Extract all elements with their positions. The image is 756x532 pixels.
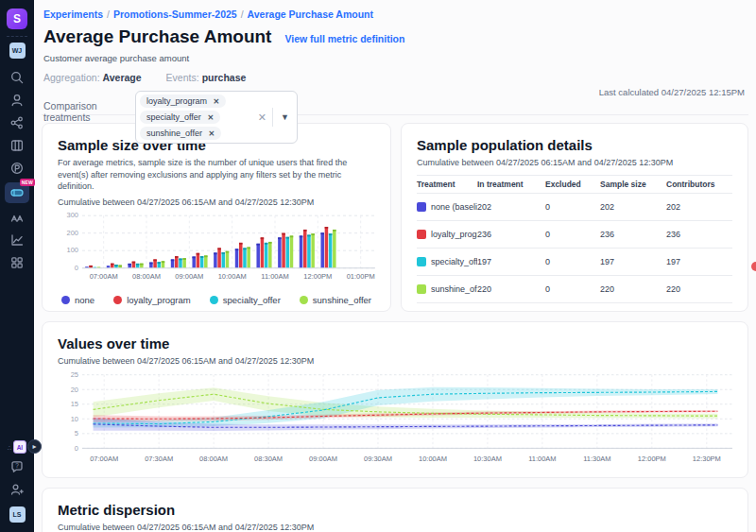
- legend-item[interactable]: none: [61, 295, 94, 305]
- svg-text:11:30AM: 11:30AM: [583, 455, 610, 463]
- network-icon[interactable]: [5, 113, 29, 132]
- new-badge: NEW: [20, 179, 35, 186]
- notification-edge-dot[interactable]: [751, 262, 756, 271]
- profile-icon[interactable]: [5, 91, 29, 110]
- chip-remove-icon[interactable]: ✕: [214, 97, 220, 106]
- legend-item[interactable]: loyalty_program: [113, 295, 191, 305]
- excluded-value: 0: [545, 257, 600, 266]
- excluded-value: 0: [545, 284, 600, 294]
- view-metric-definition-link[interactable]: View full metric definition: [284, 33, 404, 44]
- treatment-chip[interactable]: sunshine_offer ✕: [140, 127, 221, 140]
- in-treatment-value: 197: [477, 257, 545, 266]
- sidebar-collapse-handle[interactable]: ▸: [27, 439, 42, 454]
- sidebar-item-experiments-active[interactable]: NEW: [5, 182, 29, 203]
- events-value: purchase: [202, 72, 247, 83]
- breadcrumb-metric-name[interactable]: Average Purchase Amount: [248, 9, 373, 20]
- in-treatment-value: 220: [477, 284, 545, 294]
- table-row[interactable]: loyalty_program 236 0 236 236: [417, 221, 732, 249]
- treatment-chip[interactable]: loyalty_program ✕: [140, 94, 226, 108]
- page-header: Experiments/Promotions-Summer-2025/Avera…: [42, 0, 748, 115]
- svg-text:08:00AM: 08:00AM: [199, 455, 228, 463]
- svg-text:12:30PM: 12:30PM: [693, 455, 721, 463]
- values-cumulative: Cumulative between 04/27/2025 06:15AM an…: [58, 356, 732, 366]
- sparkle-icon: ∴: [8, 444, 11, 451]
- sample-size-value: 236: [600, 230, 666, 239]
- svg-text:10:00AM: 10:00AM: [419, 455, 447, 463]
- values-line-chart[interactable]: 051015202507:00AM07:30AM08:00AM08:30AM09…: [58, 369, 732, 475]
- svg-text:0: 0: [75, 265, 78, 272]
- events-field: Events:purchase: [166, 72, 247, 83]
- svg-text:300: 300: [66, 213, 78, 220]
- legend-item[interactable]: specialty_offer: [210, 295, 281, 305]
- table-header: Excluded: [545, 180, 600, 189]
- svg-text:09:30AM: 09:30AM: [364, 455, 392, 463]
- workspace-avatar[interactable]: WJ: [9, 43, 26, 59]
- chevron-down-icon[interactable]: ▼: [273, 112, 297, 122]
- metric-subtitle: Customer average purchase amount: [43, 53, 747, 63]
- table-row[interactable]: specialty_offer 197 0 197 197: [417, 249, 732, 276]
- invite-user-icon[interactable]: [5, 480, 29, 499]
- svg-text:11:00AM: 11:00AM: [528, 455, 556, 463]
- dispersion-cumulative: Cumulative between 04/27/2025 06:15AM an…: [58, 523, 732, 532]
- help-chat-icon[interactable]: ?: [5, 457, 29, 476]
- treatment-chip[interactable]: specialty_offer ✕: [140, 111, 220, 124]
- chip-remove-icon[interactable]: ✕: [208, 129, 215, 138]
- sidebar: S WJ NEW ∴ AI ? LS: [0, 0, 34, 532]
- svg-text:01:00PM: 01:00PM: [347, 273, 375, 281]
- table-header: Contributors: [666, 180, 732, 189]
- svg-text:12:00PM: 12:00PM: [638, 455, 666, 463]
- columns-icon[interactable]: [5, 136, 29, 155]
- treatment-color-swatch: [417, 257, 426, 266]
- chip-remove-icon[interactable]: ✕: [207, 113, 214, 122]
- svg-text:07:00AM: 07:00AM: [90, 273, 118, 281]
- excluded-value: 0: [545, 230, 600, 239]
- bar-chart-legend: noneloyalty_programspecialty_offersunshi…: [58, 295, 375, 305]
- treatment-color-swatch: [417, 202, 426, 212]
- svg-text:07:00AM: 07:00AM: [90, 455, 118, 463]
- dispersion-card: Metric dispersion Cumulative between 04/…: [42, 488, 748, 532]
- svg-text:15: 15: [71, 400, 78, 408]
- contributors-value: 202: [666, 202, 732, 212]
- svg-text:09:00AM: 09:00AM: [309, 455, 337, 463]
- dispersion-title: Metric dispersion: [58, 502, 732, 518]
- page-title: Average Purchase Amount: [43, 26, 271, 47]
- sample-size-bar-chart[interactable]: 010020030007:00AM08:00AM09:00AM10:00AM11…: [58, 209, 375, 294]
- pulse-icon[interactable]: [5, 159, 29, 178]
- in-treatment-value: 202: [477, 202, 545, 212]
- metrics-chart-icon[interactable]: [5, 231, 29, 249]
- svg-text:08:30AM: 08:30AM: [254, 455, 283, 463]
- search-icon[interactable]: [5, 68, 29, 87]
- svg-text:10: 10: [71, 415, 78, 423]
- svg-text:12:00PM: 12:00PM: [303, 273, 332, 281]
- sample-size-description: For average metrics, sample size is the …: [58, 157, 375, 193]
- table-row[interactable]: sunshine_offer 220 0 220 220: [417, 276, 732, 303]
- sample-size-cumulative: Cumulative between 04/27/2025 06:15AM an…: [58, 197, 375, 207]
- treatment-name: sunshine_offer: [431, 284, 477, 294]
- contributors-value: 197: [666, 257, 732, 266]
- ai-assistant-icon[interactable]: AI: [13, 440, 26, 454]
- svg-text:07:30AM: 07:30AM: [145, 455, 173, 463]
- treatments-label: Comparison treatments: [43, 91, 135, 123]
- table-header: Treatment: [417, 180, 477, 189]
- svg-text:0: 0: [75, 444, 78, 453]
- treatment-chips: loyalty_program ✕specialty_offer ✕sunshi…: [136, 92, 252, 143]
- svg-text:20: 20: [71, 386, 78, 394]
- breadcrumb-experiments[interactable]: Experiments: [43, 9, 103, 20]
- svg-text:09:00AM: 09:00AM: [175, 273, 203, 281]
- app-logo-icon[interactable]: S: [7, 9, 27, 29]
- treatments-select[interactable]: loyalty_program ✕specialty_offer ✕sunshi…: [135, 91, 298, 144]
- sample-size-value: 202: [600, 202, 666, 212]
- svg-text:25: 25: [71, 370, 78, 379]
- clear-all-icon[interactable]: ✕: [252, 112, 272, 124]
- table-row[interactable]: none (baseline) 202 0 202 202: [417, 194, 732, 221]
- user-avatar[interactable]: LS: [9, 506, 26, 523]
- dashboards-icon[interactable]: [5, 253, 29, 272]
- breadcrumb: Experiments/Promotions-Summer-2025/Avera…: [43, 9, 747, 20]
- svg-text:10:30AM: 10:30AM: [473, 455, 502, 463]
- ab-test-icon[interactable]: [5, 208, 29, 227]
- breadcrumb-experiment-name[interactable]: Promotions-Summer-2025: [113, 9, 237, 20]
- breadcrumb-separator: /: [107, 9, 110, 20]
- svg-text:10:00AM: 10:00AM: [218, 273, 247, 281]
- legend-item[interactable]: sunshine_offer: [300, 295, 371, 305]
- svg-text:11:00AM: 11:00AM: [261, 273, 288, 281]
